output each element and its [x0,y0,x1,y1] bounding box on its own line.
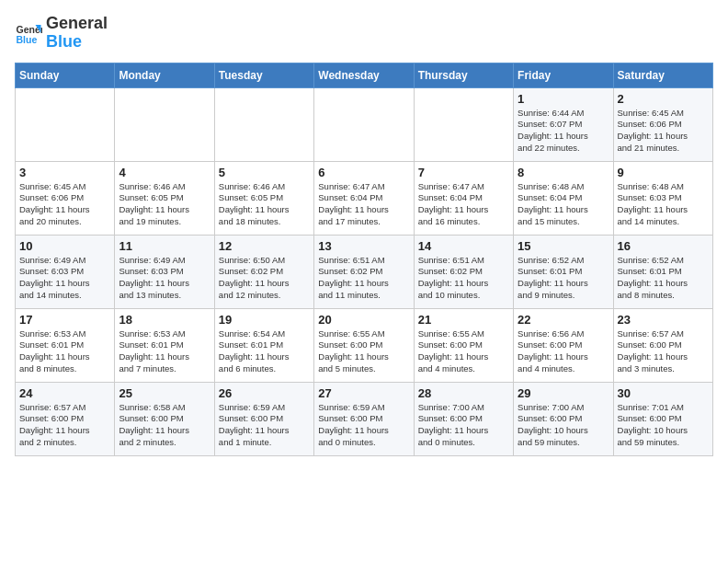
calendar-cell: 20Sunrise: 6:55 AM Sunset: 6:00 PM Dayli… [314,308,414,382]
day-number: 1 [518,92,609,106]
day-number: 25 [119,386,210,400]
day-info: Sunrise: 6:49 AM Sunset: 6:03 PM Dayligh… [119,255,210,302]
calendar-cell: 21Sunrise: 6:55 AM Sunset: 6:00 PM Dayli… [414,308,513,382]
calendar-week-row: 10Sunrise: 6:49 AM Sunset: 6:03 PM Dayli… [16,235,713,308]
day-info: Sunrise: 6:56 AM Sunset: 6:00 PM Dayligh… [518,328,609,375]
calendar-cell: 10Sunrise: 6:49 AM Sunset: 6:03 PM Dayli… [16,235,115,308]
day-info: Sunrise: 6:52 AM Sunset: 6:01 PM Dayligh… [618,255,709,302]
calendar-cell: 9Sunrise: 6:48 AM Sunset: 6:03 PM Daylig… [613,161,712,235]
day-number: 16 [618,239,709,253]
day-info: Sunrise: 6:53 AM Sunset: 6:01 PM Dayligh… [119,328,210,375]
day-number: 18 [119,313,210,327]
day-number: 2 [618,92,709,106]
calendar-cell: 3Sunrise: 6:45 AM Sunset: 6:06 PM Daylig… [16,161,115,235]
calendar-week-row: 1Sunrise: 6:44 AM Sunset: 6:07 PM Daylig… [16,87,713,161]
day-info: Sunrise: 7:00 AM Sunset: 6:00 PM Dayligh… [418,402,509,449]
day-info: Sunrise: 6:47 AM Sunset: 6:04 PM Dayligh… [318,181,409,228]
calendar-cell: 14Sunrise: 6:51 AM Sunset: 6:02 PM Dayli… [414,235,513,308]
calendar-cell: 28Sunrise: 7:00 AM Sunset: 6:00 PM Dayli… [414,382,513,455]
calendar-cell: 5Sunrise: 6:46 AM Sunset: 6:05 PM Daylig… [214,161,313,235]
weekday-header-sunday: Sunday [16,63,115,87]
day-info: Sunrise: 6:55 AM Sunset: 6:00 PM Dayligh… [318,328,409,375]
day-info: Sunrise: 6:59 AM Sunset: 6:00 PM Dayligh… [219,402,310,449]
day-info: Sunrise: 6:45 AM Sunset: 6:06 PM Dayligh… [618,108,709,155]
day-info: Sunrise: 6:54 AM Sunset: 6:01 PM Dayligh… [219,328,310,375]
calendar-cell: 17Sunrise: 6:53 AM Sunset: 6:01 PM Dayli… [16,308,115,382]
weekday-header-tuesday: Tuesday [214,63,313,87]
day-number: 28 [418,386,509,400]
calendar-cell: 4Sunrise: 6:46 AM Sunset: 6:05 PM Daylig… [115,161,214,235]
day-number: 12 [219,239,310,253]
calendar-cell: 24Sunrise: 6:57 AM Sunset: 6:00 PM Dayli… [16,382,115,455]
day-info: Sunrise: 6:49 AM Sunset: 6:03 PM Dayligh… [19,255,110,302]
day-info: Sunrise: 6:50 AM Sunset: 6:02 PM Dayligh… [219,255,310,302]
day-info: Sunrise: 6:51 AM Sunset: 6:02 PM Dayligh… [318,255,409,302]
calendar-cell: 11Sunrise: 6:49 AM Sunset: 6:03 PM Dayli… [115,235,214,308]
weekday-header-row: SundayMondayTuesdayWednesdayThursdayFrid… [16,63,713,87]
day-number: 6 [318,166,409,179]
day-number: 27 [318,386,409,400]
calendar-cell [414,87,513,161]
day-number: 26 [219,386,310,400]
day-number: 24 [19,386,110,400]
weekday-header-friday: Friday [514,63,613,87]
calendar-week-row: 24Sunrise: 6:57 AM Sunset: 6:00 PM Dayli… [16,382,713,455]
day-number: 9 [618,166,709,179]
day-info: Sunrise: 6:59 AM Sunset: 6:00 PM Dayligh… [318,402,409,449]
day-number: 4 [119,166,210,179]
calendar-cell: 22Sunrise: 6:56 AM Sunset: 6:00 PM Dayli… [514,308,613,382]
day-number: 10 [19,239,110,253]
day-number: 22 [518,313,609,327]
day-info: Sunrise: 6:58 AM Sunset: 6:00 PM Dayligh… [119,402,210,449]
calendar-cell: 2Sunrise: 6:45 AM Sunset: 6:06 PM Daylig… [613,87,712,161]
day-info: Sunrise: 6:55 AM Sunset: 6:00 PM Dayligh… [418,328,509,375]
calendar-cell: 1Sunrise: 6:44 AM Sunset: 6:07 PM Daylig… [514,87,613,161]
day-info: Sunrise: 6:53 AM Sunset: 6:01 PM Dayligh… [19,328,110,375]
calendar-cell: 29Sunrise: 7:00 AM Sunset: 6:00 PM Dayli… [514,382,613,455]
logo: General Blue GeneralBlue [15,15,108,52]
day-number: 15 [518,239,609,253]
calendar-week-row: 3Sunrise: 6:45 AM Sunset: 6:06 PM Daylig… [16,161,713,235]
day-info: Sunrise: 6:48 AM Sunset: 6:03 PM Dayligh… [618,181,709,228]
calendar-cell: 26Sunrise: 6:59 AM Sunset: 6:00 PM Dayli… [214,382,313,455]
svg-text:Blue: Blue [17,33,38,44]
day-info: Sunrise: 6:57 AM Sunset: 6:00 PM Dayligh… [19,402,110,449]
calendar-cell: 23Sunrise: 6:57 AM Sunset: 6:00 PM Dayli… [613,308,712,382]
day-number: 13 [318,239,409,253]
day-number: 21 [418,313,509,327]
day-info: Sunrise: 6:46 AM Sunset: 6:05 PM Dayligh… [119,181,210,228]
day-info: Sunrise: 6:45 AM Sunset: 6:06 PM Dayligh… [19,181,110,228]
calendar-cell: 30Sunrise: 7:01 AM Sunset: 6:00 PM Dayli… [613,382,712,455]
calendar-cell: 16Sunrise: 6:52 AM Sunset: 6:01 PM Dayli… [613,235,712,308]
day-info: Sunrise: 6:52 AM Sunset: 6:01 PM Dayligh… [518,255,609,302]
calendar-cell: 18Sunrise: 6:53 AM Sunset: 6:01 PM Dayli… [115,308,214,382]
logo-icon: General Blue [15,19,42,47]
day-number: 19 [219,313,310,327]
day-number: 30 [618,386,709,400]
calendar-cell: 13Sunrise: 6:51 AM Sunset: 6:02 PM Dayli… [314,235,414,308]
calendar-cell [314,87,414,161]
day-number: 3 [19,166,110,179]
day-number: 8 [518,166,609,179]
calendar-cell [16,87,115,161]
calendar-cell: 12Sunrise: 6:50 AM Sunset: 6:02 PM Dayli… [214,235,313,308]
calendar-cell: 7Sunrise: 6:47 AM Sunset: 6:04 PM Daylig… [414,161,513,235]
day-number: 5 [219,166,310,179]
day-number: 7 [418,166,509,179]
day-number: 29 [518,386,609,400]
calendar-cell: 25Sunrise: 6:58 AM Sunset: 6:00 PM Dayli… [115,382,214,455]
day-info: Sunrise: 6:48 AM Sunset: 6:04 PM Dayligh… [518,181,609,228]
day-number: 20 [318,313,409,327]
day-number: 17 [19,313,110,327]
day-number: 23 [618,313,709,327]
weekday-header-saturday: Saturday [613,63,712,87]
day-info: Sunrise: 6:47 AM Sunset: 6:04 PM Dayligh… [418,181,509,228]
day-number: 14 [418,239,509,253]
calendar-cell [115,87,214,161]
day-info: Sunrise: 7:01 AM Sunset: 6:00 PM Dayligh… [618,402,709,449]
calendar-cell: 15Sunrise: 6:52 AM Sunset: 6:01 PM Dayli… [514,235,613,308]
weekday-header-wednesday: Wednesday [314,63,414,87]
weekday-header-thursday: Thursday [414,63,513,87]
weekday-header-monday: Monday [115,63,214,87]
logo-text: GeneralBlue [46,15,108,52]
